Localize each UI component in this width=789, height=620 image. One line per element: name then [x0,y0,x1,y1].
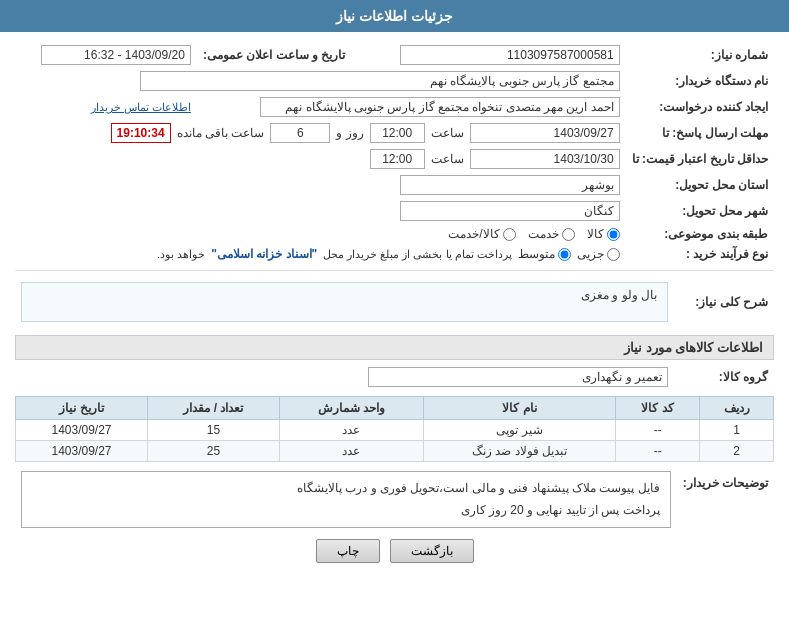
price-time-label: ساعت [431,152,464,166]
row-need-number: شماره نیاز: 1103097587000581 تاریخ و ساع… [15,42,774,68]
price-deadline-date: 1403/10/30 [470,149,620,169]
table-row: 2--تبدیل فولاد ضد زنگعدد251403/09/27 [16,441,774,462]
cell-row: 2 [700,441,774,462]
goods-group-table: گروه کالا: تعمیر و نگهداری [15,364,774,390]
cell-quantity: 25 [147,441,279,462]
goods-section-title: اطلاعات کالاهای مورد نیاز [15,335,774,360]
row-price-deadline: حداقل تاریخ اعتبار قیمت: تا 1403/10/30 س… [15,146,774,172]
city-value: کنگان [400,201,620,221]
process-text: پرداخت تمام یا بخشی از مبلغ خریدار محل [323,248,511,261]
cell-name: شیر توپی [424,420,616,441]
category-label-both: کالا/خدمت [448,227,499,241]
row-category: طبقه بندی موضوعی: کالا خدمت [15,224,774,244]
contact-link[interactable]: اطلاعات تماس خریدار [91,101,191,113]
row-city: شهر محل تحویل: کنگان [15,198,774,224]
category-option-both[interactable]: کالا/خدمت [448,227,515,241]
category-option-kala[interactable]: کالا [587,227,620,241]
row-province: استان محل تحویل: بوشهر [15,172,774,198]
goods-data-table: ردیف کد کالا نام کالا واحد شمارش تعداد /… [15,396,774,462]
col-row: ردیف [700,397,774,420]
table-header: ردیف کد کالا نام کالا واحد شمارش تعداد /… [16,397,774,420]
row-goods-group: گروه کالا: تعمیر و نگهداری [15,364,774,390]
goods-table-body: 1--شیر توپیعدد151403/09/272--تبدیل فولاد… [16,420,774,462]
page-header: جزئیات اطلاعات نیاز [0,0,789,32]
process-link[interactable]: "اسناد خزانه اسلامی" [211,247,317,261]
buyer-name-label: نام دستگاه خریدار: [626,68,774,94]
col-quantity: تعداد / مقدار [147,397,279,420]
process-option-partial[interactable]: جزیی [577,247,620,261]
content-area: شماره نیاز: 1103097587000581 تاریخ و ساع… [0,32,789,573]
category-label-service: خدمت [528,227,559,241]
price-deadline-row: 1403/10/30 ساعت 12:00 [21,149,620,169]
notes-label: توضیحات خریدار: [677,468,774,531]
notes-line2: پرداخت پس از تایید نهایی و 20 روز کاری [461,503,660,517]
reply-day-label: روز و [336,126,363,140]
creator-value: احمد ارین مهر متصدی تنخواه مجتمع گاز پار… [260,97,620,117]
goods-group-label: گروه کالا: [674,364,774,390]
process-label-medium: متوسط [518,247,555,261]
reply-deadline-day: 6 [270,123,330,143]
cell-name: تبدیل فولاد ضد زنگ [424,441,616,462]
reply-deadline-label: مهلت ارسال پاسخ: تا [626,120,774,146]
process-text2: خواهد بود. [157,248,205,261]
reply-remaining-label: ساعت باقی مانده [177,126,265,140]
reply-deadline-remaining: 19:10:34 [111,123,171,143]
page-container: جزئیات اطلاعات نیاز شماره نیاز: 11030975… [0,0,789,620]
process-radio-partial[interactable] [607,248,620,261]
print-button[interactable]: چاپ [316,539,380,563]
col-unit: واحد شمارش [279,397,423,420]
row-reply-deadline: مهلت ارسال پاسخ: تا 1403/09/27 ساعت 12:0… [15,120,774,146]
datetime-label: تاریخ و ساعت اعلان عمومی: [197,42,365,68]
row-process: نوع فرآیند خرید : جزیی متوسط پرداخت تمام… [15,244,774,264]
process-option-medium[interactable]: متوسط [518,247,571,261]
need-number-label: شماره نیاز: [626,42,774,68]
reply-time-label: ساعت [431,126,464,140]
table-row: 1--شیر توپیعدد151403/09/27 [16,420,774,441]
table-header-row: ردیف کد کالا نام کالا واحد شمارش تعداد /… [16,397,774,420]
page-title: جزئیات اطلاعات نیاز [336,8,453,24]
city-label: شهر محل تحویل: [626,198,774,224]
category-radio-service[interactable] [562,228,575,241]
buyer-name-value: مجتمع گاز پارس جنوبی پالایشگاه نهم [140,71,620,91]
category-radio-both[interactable] [503,228,516,241]
row-buyer-name: نام دستگاه خریدار: مجتمع گاز پارس جنوبی … [15,68,774,94]
row-notes: توضیحات خریدار: فایل پیوست ملاک پیشنهاد … [15,468,774,531]
cell-unit: عدد [279,441,423,462]
notes-value: فایل پیوست ملاک پیشنهاد فنی و مالی است،ت… [21,471,671,528]
reply-deadline-date: 1403/09/27 [470,123,620,143]
category-radio-kala[interactable] [607,228,620,241]
price-deadline-time: 12:00 [370,149,425,169]
notes-line1: فایل پیوست ملاک پیشنهاد فنی و مالی است،ت… [297,481,660,495]
divider-1 [15,270,774,271]
process-row: جزیی متوسط پرداخت تمام یا بخشی از مبلغ خ… [21,247,620,261]
province-value: بوشهر [400,175,620,195]
price-deadline-label: حداقل تاریخ اعتبار قیمت: تا [626,146,774,172]
process-label-partial: جزیی [577,247,604,261]
province-label: استان محل تحویل: [626,172,774,198]
process-radio-medium[interactable] [558,248,571,261]
category-label: طبقه بندی موضوعی: [626,224,774,244]
creator-label: ایجاد کننده درخواست: [626,94,774,120]
col-name: نام کالا [424,397,616,420]
need-desc-table: شرح کلی نیاز: بال ولو و مغزی [15,275,774,329]
info-table: شماره نیاز: 1103097587000581 تاریخ و ساع… [15,42,774,264]
cell-code: -- [615,441,699,462]
row-need-desc: شرح کلی نیاز: بال ولو و مغزی [15,275,774,329]
goods-group-value: تعمیر و نگهداری [368,367,668,387]
need-number-value: 1103097587000581 [400,45,620,65]
datetime-value: 1403/09/20 - 16:32 [41,45,191,65]
category-option-service[interactable]: خدمت [528,227,575,241]
category-radio-group: کالا خدمت کالا/خدمت [21,227,620,241]
process-label: نوع فرآیند خرید : [626,244,774,264]
reply-deadline-row: 1403/09/27 ساعت 12:00 روز و 6 ساعت باقی … [21,123,620,143]
need-desc-value: بال ولو و مغزی [21,282,668,322]
row-creator: ایجاد کننده درخواست: احمد ارین مهر متصدی… [15,94,774,120]
need-desc-label: شرح کلی نیاز: [674,275,774,329]
back-button[interactable]: بازگشت [390,539,474,563]
cell-row: 1 [700,420,774,441]
col-code: کد کالا [615,397,699,420]
cell-code: -- [615,420,699,441]
notes-table: توضیحات خریدار: فایل پیوست ملاک پیشنهاد … [15,468,774,531]
cell-unit: عدد [279,420,423,441]
col-date: تاریخ نیاز [16,397,148,420]
